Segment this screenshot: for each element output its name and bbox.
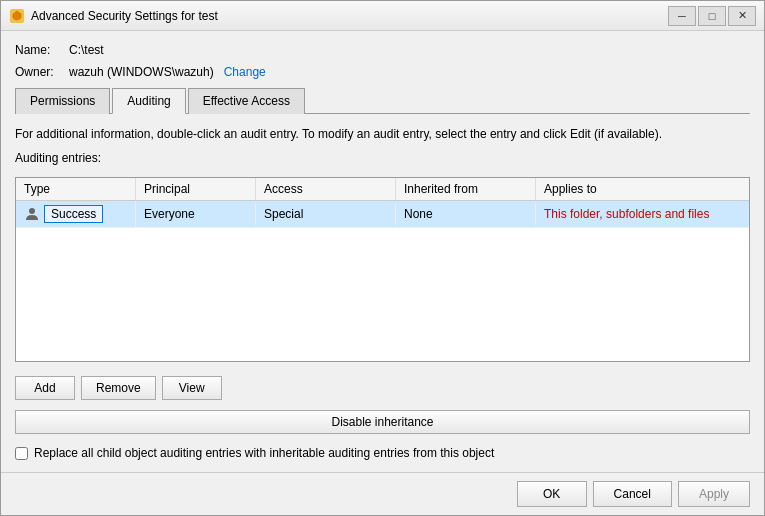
cancel-button[interactable]: Cancel [593, 481, 672, 507]
col-access: Access [256, 178, 396, 200]
title-bar-buttons: ─ □ ✕ [668, 6, 756, 26]
apply-button[interactable]: Apply [678, 481, 750, 507]
type-badge: Success [44, 205, 103, 223]
auditing-table[interactable]: Type Principal Access Inherited from App… [15, 177, 750, 362]
remove-button[interactable]: Remove [81, 376, 156, 400]
maximize-button[interactable]: □ [698, 6, 726, 26]
tab-effective-access[interactable]: Effective Access [188, 88, 305, 114]
name-value: C:\test [69, 43, 104, 57]
cell-inherited-from: None [396, 203, 536, 225]
owner-row: Owner: wazuh (WINDOWS\wazuh) Change [15, 65, 750, 79]
tab-auditing[interactable]: Auditing [112, 88, 185, 114]
cell-access: Special [256, 203, 396, 225]
description-text: For additional information, double-click… [15, 126, 750, 143]
window-icon [9, 8, 25, 24]
tab-bar: Permissions Auditing Effective Access [15, 87, 750, 114]
replace-checkbox[interactable] [15, 447, 28, 460]
checkbox-row: Replace all child object auditing entrie… [15, 446, 750, 460]
tab-permissions[interactable]: Permissions [15, 88, 110, 114]
col-inherited-from: Inherited from [396, 178, 536, 200]
owner-label: Owner: [15, 65, 65, 79]
name-label: Name: [15, 43, 65, 57]
table-row[interactable]: Success Everyone Special None This folde… [16, 201, 749, 228]
cell-applies-to: This folder, subfolders and files [536, 203, 749, 225]
table-header: Type Principal Access Inherited from App… [16, 178, 749, 201]
add-button[interactable]: Add [15, 376, 75, 400]
minimize-button[interactable]: ─ [668, 6, 696, 26]
action-buttons: Add Remove View [15, 376, 750, 400]
change-link[interactable]: Change [224, 65, 266, 79]
ok-button[interactable]: OK [517, 481, 587, 507]
checkbox-label: Replace all child object auditing entrie… [34, 446, 494, 460]
svg-point-1 [29, 208, 35, 214]
owner-value: wazuh (WINDOWS\wazuh) [69, 65, 214, 79]
section-label: Auditing entries: [15, 151, 750, 165]
content-area: Name: C:\test Owner: wazuh (WINDOWS\wazu… [1, 31, 764, 472]
col-principal: Principal [136, 178, 256, 200]
col-applies-to: Applies to [536, 178, 749, 200]
col-type: Type [16, 178, 136, 200]
user-icon [24, 206, 40, 222]
view-button[interactable]: View [162, 376, 222, 400]
title-bar: Advanced Security Settings for test ─ □ … [1, 1, 764, 31]
disable-inheritance-button[interactable]: Disable inheritance [15, 410, 750, 434]
window: Advanced Security Settings for test ─ □ … [0, 0, 765, 516]
bottom-bar: OK Cancel Apply [1, 472, 764, 515]
window-title: Advanced Security Settings for test [31, 9, 668, 23]
cell-principal: Everyone [136, 203, 256, 225]
name-row: Name: C:\test [15, 43, 750, 57]
cell-type: Success [16, 201, 136, 227]
close-button[interactable]: ✕ [728, 6, 756, 26]
